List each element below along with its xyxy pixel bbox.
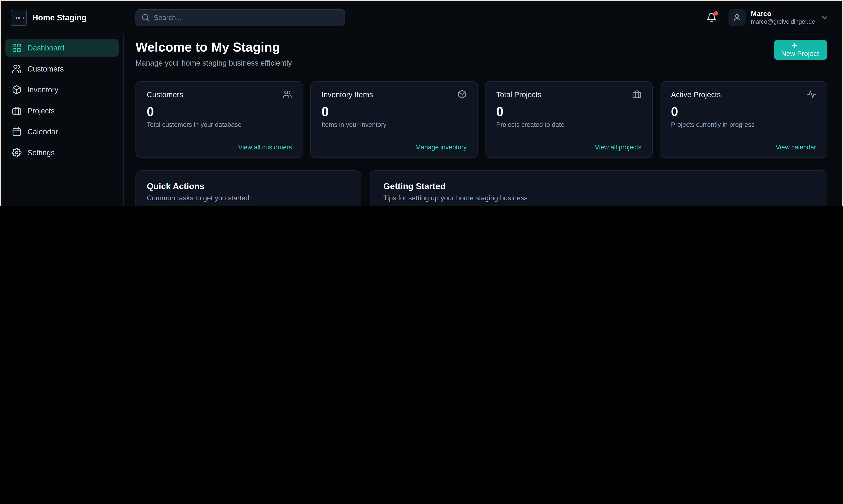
sidebar-item-projects[interactable]: Projects [5, 102, 119, 120]
stat-value: 0 [496, 104, 641, 119]
stat-card-customers: Customers 0 Total customers in your data… [136, 81, 303, 158]
search-bar[interactable] [136, 9, 345, 26]
getting-started-panel: Getting Started Tips for setting up your… [370, 170, 827, 206]
page-title: Welcome to My Staging [136, 40, 292, 55]
stat-label: Active Projects [671, 90, 721, 98]
sidebar-item-calendar[interactable]: Calendar [5, 123, 119, 141]
logo-alt-text: Logo [13, 15, 24, 20]
stat-card-inventory: Inventory Items 0 Items in your inventor… [310, 81, 478, 158]
sidebar-item-label: Inventory [28, 85, 58, 94]
sidebar-item-label: Calendar [28, 127, 58, 136]
manage-inventory-link[interactable]: Manage inventory [415, 144, 467, 151]
new-project-button[interactable]: New Project [774, 40, 827, 60]
sidebar-item-settings[interactable]: Settings [5, 144, 119, 162]
quick-actions-subtitle: Common tasks to get you started [147, 194, 350, 202]
stat-value: 0 [671, 104, 816, 119]
getting-started-title: Getting Started [383, 182, 814, 191]
app-window: Logo Home Staging [0, 0, 843, 206]
dashboard-grid-icon [12, 43, 21, 53]
stat-card-total-projects: Total Projects 0 Projects created to dat… [485, 81, 653, 158]
stat-cards: Customers 0 Total customers in your data… [136, 81, 827, 158]
search-input[interactable] [154, 13, 339, 21]
search-icon [141, 13, 150, 21]
page-header: Welcome to My Staging Manage your home s… [136, 40, 827, 67]
stat-description: Projects currently in progress [671, 121, 816, 128]
gear-icon [12, 148, 21, 157]
stat-description: Projects created to date [496, 121, 641, 128]
plus-icon [791, 42, 798, 49]
view-calendar-link[interactable]: View calendar [776, 144, 816, 151]
calendar-icon [12, 127, 21, 137]
stat-label: Inventory Items [321, 90, 373, 98]
app-title: Home Staging [32, 13, 87, 22]
quick-actions-title: Quick Actions [147, 182, 350, 191]
topbar: Logo Home Staging [1, 1, 842, 34]
avatar [728, 9, 745, 26]
topbar-main: Marco marco@greiveldinger.de [124, 9, 842, 26]
view-all-customers-link[interactable]: View all customers [238, 144, 292, 151]
stat-description: Items in your inventory [321, 121, 467, 128]
sidebar-item-label: Customers [28, 65, 64, 73]
stat-description: Total customers in your database [147, 121, 292, 128]
stat-value: 0 [321, 104, 467, 119]
sidebar-item-customers[interactable]: Customers [5, 60, 119, 78]
activity-icon [807, 90, 816, 99]
middle-row: Quick Actions Common tasks to get you st… [136, 170, 827, 206]
user-icon [733, 13, 741, 22]
page-header-text: Welcome to My Staging Manage your home s… [136, 40, 292, 67]
stat-value: 0 [147, 104, 292, 119]
sidebar-item-label: Dashboard [28, 43, 64, 52]
sidebar-item-label: Projects [28, 106, 55, 115]
package-icon [12, 85, 21, 94]
brand: Logo Home Staging [1, 10, 124, 25]
briefcase-icon [12, 106, 21, 115]
main-content: Welcome to My Staging Manage your home s… [124, 34, 842, 206]
user-menu[interactable]: Marco marco@greiveldinger.de [728, 9, 829, 26]
users-icon [283, 90, 292, 99]
stat-label: Total Projects [496, 90, 541, 98]
view-all-projects-link[interactable]: View all projects [595, 144, 642, 151]
package-icon [457, 90, 467, 99]
chevron-down-icon [820, 13, 829, 22]
users-icon [12, 64, 21, 73]
briefcase-icon [632, 90, 642, 99]
user-info: Marco marco@greiveldinger.de [751, 10, 815, 25]
getting-started-subtitle: Tips for setting up your home staging bu… [383, 194, 814, 202]
new-project-label: New Project [781, 49, 819, 58]
sidebar-item-inventory[interactable]: Inventory [5, 80, 119, 99]
sidebar: Dashboard Customers Inventory Projects C… [1, 34, 124, 206]
app-logo: Logo [11, 10, 27, 25]
user-email: marco@greiveldinger.de [751, 18, 815, 26]
page-subtitle: Manage your home staging business effici… [136, 58, 292, 67]
user-name: Marco [751, 10, 815, 18]
stat-card-active-projects: Active Projects 0 Projects currently in … [660, 81, 827, 158]
notification-dot [714, 11, 718, 16]
topbar-right: Marco marco@greiveldinger.de [706, 9, 829, 26]
quick-actions-panel: Quick Actions Common tasks to get you st… [136, 170, 361, 206]
sidebar-item-label: Settings [28, 148, 55, 157]
stat-label: Customers [147, 90, 183, 98]
sidebar-item-dashboard[interactable]: Dashboard [5, 39, 119, 57]
notifications-button[interactable] [706, 12, 717, 23]
